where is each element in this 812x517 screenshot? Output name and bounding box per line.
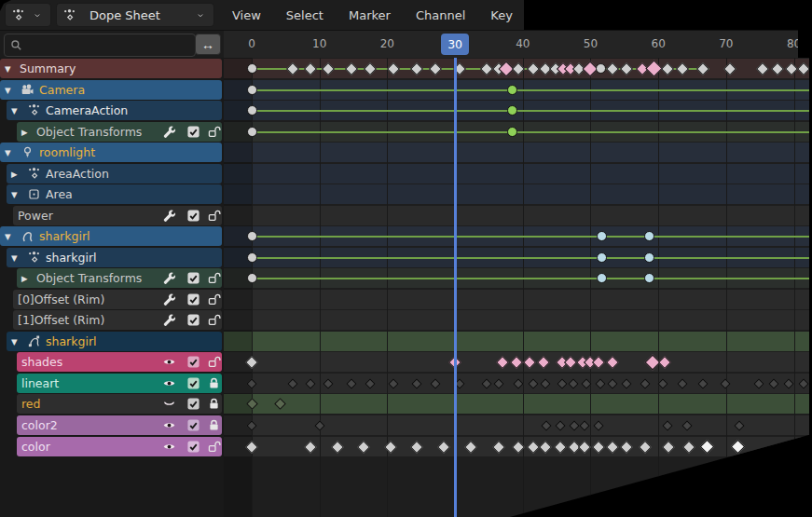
keyframe-circle[interactable] <box>597 273 607 283</box>
lock-closed-button[interactable] <box>206 376 221 391</box>
eye-button[interactable] <box>161 355 176 370</box>
menu-marker[interactable]: Marker <box>337 8 404 22</box>
channel-row-color[interactable]: color <box>17 437 222 456</box>
check-button[interactable] <box>186 313 200 328</box>
eye-button[interactable] <box>161 418 176 433</box>
channel-row-sharkgirl-action[interactable]: ▼sharkgirl <box>7 248 222 267</box>
ruler-tick-label: 0 <box>236 37 268 50</box>
menu-view[interactable]: View <box>220 8 274 22</box>
editor-type-button[interactable] <box>5 3 51 27</box>
wrench-button[interactable] <box>161 313 176 328</box>
frame-range-toggle-button[interactable]: ↔ <box>195 34 221 55</box>
lock-open-button[interactable] <box>206 271 221 286</box>
wrench-button[interactable] <box>161 293 176 307</box>
lock-open-button[interactable] <box>206 355 221 370</box>
channel-row-camera[interactable]: ▼Camera <box>0 80 222 100</box>
hold-value-line <box>252 131 809 133</box>
keyframe-circle[interactable] <box>247 63 257 74</box>
channel-label: AreaAction <box>46 167 109 181</box>
eye-closed-button[interactable] <box>161 397 176 412</box>
channel-strip-red <box>224 394 809 414</box>
lock-open-button[interactable] <box>206 440 221 455</box>
channel-row-offset-rim-0[interactable]: [0]Offset (Rim) <box>13 290 222 309</box>
channel-label: Object Transforms <box>36 125 142 139</box>
collapse-triangle-icon[interactable]: ▼ <box>11 190 26 199</box>
channel-row-object-transforms-camera[interactable]: ▶Object Transforms <box>17 122 222 142</box>
channel-row-lineart[interactable]: lineart <box>17 374 222 393</box>
collapse-triangle-icon[interactable]: ▼ <box>5 148 20 157</box>
channel-strip-area-action <box>224 164 809 184</box>
channel-row-area-action[interactable]: ▶AreaAction <box>7 164 222 184</box>
playhead-line[interactable] <box>454 58 457 517</box>
blender-dope-sheet-window: Dope Sheet ViewSelectMarkerChannelKey ↔ … <box>0 0 812 517</box>
mode-dropdown[interactable]: Dope Sheet <box>56 3 214 27</box>
channel-label: Area <box>46 187 73 201</box>
check-button[interactable] <box>186 355 200 370</box>
expand-triangle-icon[interactable]: ▶ <box>21 274 36 283</box>
search-field[interactable] <box>4 34 196 57</box>
menu-channel[interactable]: Channel <box>404 8 478 22</box>
collapse-triangle-icon[interactable]: ▼ <box>5 232 20 241</box>
channel-row-color2[interactable]: color2 <box>17 415 222 435</box>
wrench-button[interactable] <box>161 209 176 224</box>
channel-row-power[interactable]: Power <box>13 206 222 225</box>
timeline-ruler[interactable]: 30 010204050607080 <box>224 30 798 60</box>
eye-button[interactable] <box>161 440 176 455</box>
check-button[interactable] <box>186 209 200 224</box>
channel-row-sharkgirl-gpencil-data[interactable]: ▼sharkgirl <box>7 332 222 351</box>
check-button[interactable] <box>186 376 200 391</box>
channel-strip-power <box>224 206 809 225</box>
wrench-button[interactable] <box>161 271 176 286</box>
menu-key[interactable]: Key <box>478 8 526 22</box>
hold-value-line <box>252 278 809 279</box>
channel-row-shades[interactable]: shades <box>17 352 222 372</box>
channel-row-offset-rim-1[interactable]: [1]Offset (Rim) <box>13 310 222 330</box>
keyframe-circle[interactable] <box>247 105 257 116</box>
collapse-triangle-icon[interactable]: ▼ <box>11 337 26 347</box>
keyframe-circle[interactable] <box>247 252 257 263</box>
keyframe-circle[interactable] <box>247 231 257 241</box>
channel-row-roomlight[interactable]: ▼roomlight <box>0 143 222 162</box>
check-button[interactable] <box>186 293 200 307</box>
collapse-triangle-icon[interactable]: ▼ <box>5 86 20 95</box>
search-input[interactable] <box>28 38 181 53</box>
check-button[interactable] <box>186 125 200 140</box>
channel-label: shades <box>21 355 62 369</box>
collapse-triangle-icon[interactable]: ▼ <box>11 106 26 116</box>
keyframe-circle[interactable] <box>597 231 607 241</box>
keyframe-area[interactable] <box>224 58 809 517</box>
check-button[interactable] <box>186 271 200 286</box>
eye-button[interactable] <box>161 376 176 391</box>
channel-row-red[interactable]: red <box>17 394 222 414</box>
menu-select[interactable]: Select <box>274 8 337 22</box>
lock-open-button[interactable] <box>206 293 221 307</box>
hold-value-line <box>252 257 809 259</box>
expand-triangle-icon[interactable]: ▶ <box>11 170 26 179</box>
check-button[interactable] <box>186 397 200 412</box>
channel-row-object-transforms-sharkgirl[interactable]: ▶Object Transforms <box>17 268 222 288</box>
keyframe-circle[interactable] <box>597 252 607 263</box>
collapse-triangle-icon[interactable]: ▼ <box>11 253 26 263</box>
expand-triangle-icon[interactable]: ▶ <box>21 128 36 137</box>
keyframe-circle[interactable] <box>596 63 606 74</box>
channel-row-area[interactable]: ▼Area <box>7 184 222 204</box>
check-button[interactable] <box>186 418 200 433</box>
channel-row-sharkgirl-object[interactable]: ▼sharkgirl <box>0 226 222 246</box>
check-button[interactable] <box>186 440 200 455</box>
lock-closed-button[interactable] <box>206 397 221 412</box>
channel-row-camera-action[interactable]: ▼CameraAction <box>7 101 222 120</box>
current-frame-badge[interactable]: 30 <box>441 34 469 55</box>
channel-label: sharkgirl <box>46 334 97 348</box>
menu-bar: ViewSelectMarkerChannelKey <box>220 0 526 30</box>
lock-open-button[interactable] <box>206 209 221 224</box>
lock-open-button[interactable] <box>206 313 221 328</box>
keyframe-circle[interactable] <box>247 273 257 283</box>
lock-open-button[interactable] <box>206 125 221 140</box>
channel-row-summary[interactable]: ▼Summary <box>0 59 222 78</box>
keyframe-circle[interactable] <box>247 127 257 137</box>
lock-closed-button[interactable] <box>206 418 221 433</box>
collapse-triangle-icon[interactable]: ▼ <box>5 64 20 74</box>
keyframe-circle[interactable] <box>247 85 257 95</box>
wrench-button[interactable] <box>161 125 176 140</box>
channel-strip-roomlight <box>224 143 809 162</box>
